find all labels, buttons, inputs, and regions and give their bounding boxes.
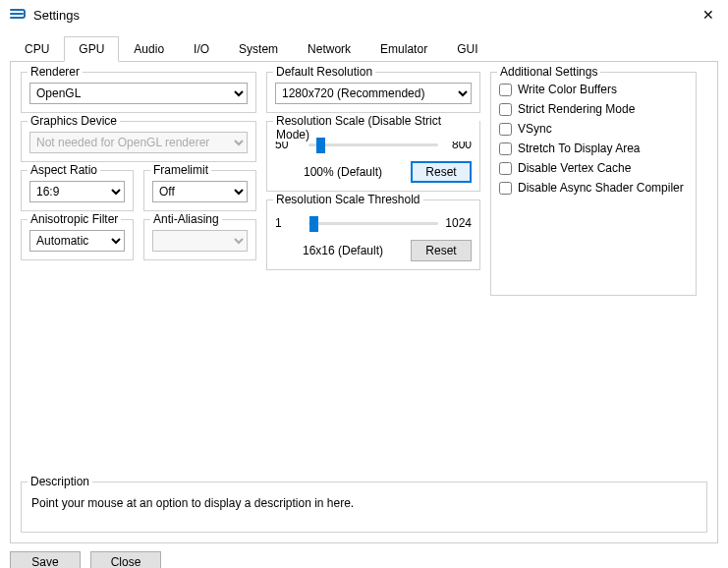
anisotropic-filter-select[interactable]: Automatic (29, 230, 125, 252)
group-framelimit: Framelimit Off (143, 170, 256, 211)
resolution-threshold-max: 1024 (444, 216, 472, 230)
resolution-threshold-status: 16x16 (Default) (275, 244, 411, 257)
anti-aliasing-label: Anti-Aliasing (150, 212, 222, 226)
aspect-ratio-select[interactable]: 16:9 (29, 181, 125, 202)
save-button[interactable]: Save (10, 551, 81, 568)
resolution-scale-slider[interactable] (308, 136, 438, 153)
anisotropic-filter-label: Anisotropic Filter (28, 212, 121, 226)
checkbox-input[interactable] (499, 84, 512, 96)
tab-io[interactable]: I/O (179, 36, 224, 62)
default-resolution-select[interactable]: 1280x720 (Recommended) (275, 83, 472, 104)
checkbox-disable-vertex-cache[interactable]: Disable Vertex Cache (499, 161, 688, 175)
group-graphics-device: Graphics Device Not needed for OpenGL re… (21, 121, 256, 162)
group-renderer: Renderer OpenGL (21, 72, 256, 113)
checkbox-input[interactable] (499, 162, 512, 175)
close-button[interactable]: Close (90, 551, 161, 568)
renderer-select[interactable]: OpenGL (29, 83, 248, 104)
checkbox-label: Disable Vertex Cache (518, 161, 631, 175)
anti-aliasing-select (152, 230, 248, 252)
close-icon[interactable]: ✕ (699, 3, 718, 27)
resolution-scale-status: 100% (Default) (275, 165, 411, 179)
framelimit-select[interactable]: Off (152, 181, 248, 202)
resolution-threshold-min: 1 (275, 216, 303, 230)
group-additional-settings: Additional Settings Write Color Buffers … (490, 72, 697, 296)
checkbox-label: Strict Rendering Mode (518, 102, 635, 116)
group-anti-aliasing: Anti-Aliasing (143, 219, 256, 260)
tab-panel-gpu: Renderer OpenGL Graphics Device Not need… (10, 62, 718, 543)
checkbox-write-color-buffers[interactable]: Write Color Buffers (499, 83, 688, 96)
resolution-threshold-reset-button[interactable]: Reset (411, 240, 472, 261)
default-resolution-label: Default Resolution (273, 65, 375, 79)
app-logo-icon (10, 8, 26, 23)
graphics-device-label: Graphics Device (28, 114, 120, 128)
checkbox-label: Write Color Buffers (518, 83, 617, 96)
renderer-label: Renderer (28, 65, 83, 79)
titlebar: Settings ✕ (0, 0, 728, 29)
tab-bar: CPU GPU Audio I/O System Network Emulato… (10, 35, 718, 62)
checkbox-disable-async-shader-compiler[interactable]: Disable Async Shader Compiler (499, 181, 688, 195)
group-resolution-scale: Resolution Scale (Disable Strict Mode) 5… (266, 121, 480, 192)
checkbox-input[interactable] (499, 182, 512, 195)
tab-gpu[interactable]: GPU (64, 36, 119, 62)
checkbox-stretch-to-display-area[interactable]: Stretch To Display Area (499, 142, 688, 155)
resolution-scale-threshold-label: Resolution Scale Threshold (273, 193, 423, 206)
aspect-ratio-label: Aspect Ratio (28, 163, 100, 177)
framelimit-label: Framelimit (150, 163, 211, 177)
checkbox-label: Disable Async Shader Compiler (518, 181, 684, 195)
graphics-device-select: Not needed for OpenGL renderer (29, 132, 248, 153)
group-aspect-ratio: Aspect Ratio 16:9 (21, 170, 134, 211)
resolution-scale-reset-button[interactable]: Reset (411, 161, 472, 183)
group-anisotropic-filter: Anisotropic Filter Automatic (21, 219, 134, 260)
checkbox-input[interactable] (499, 103, 512, 116)
tab-system[interactable]: System (224, 36, 293, 62)
resolution-threshold-slider[interactable] (308, 214, 438, 232)
tab-cpu[interactable]: CPU (10, 36, 64, 62)
tab-gui[interactable]: GUI (442, 36, 492, 62)
group-default-resolution: Default Resolution 1280x720 (Recommended… (266, 72, 480, 113)
checkbox-input[interactable] (499, 142, 512, 155)
description-text: Point your mouse at an option to display… (31, 496, 697, 510)
description-label: Description (28, 475, 92, 488)
checkbox-label: Stretch To Display Area (518, 142, 641, 155)
group-resolution-scale-threshold: Resolution Scale Threshold 1 1024 16x16 … (266, 199, 480, 270)
additional-settings-label: Additional Settings (497, 65, 600, 79)
tab-audio[interactable]: Audio (119, 36, 179, 62)
tab-emulator[interactable]: Emulator (365, 36, 442, 62)
checkbox-vsync[interactable]: VSync (499, 122, 688, 136)
checkbox-strict-rendering-mode[interactable]: Strict Rendering Mode (499, 102, 688, 116)
group-description: Description Point your mouse at an optio… (21, 482, 707, 533)
window-title: Settings (33, 8, 80, 23)
tab-network[interactable]: Network (293, 36, 365, 62)
checkbox-input[interactable] (499, 123, 512, 136)
footer: Save Close (0, 543, 728, 568)
checkbox-label: VSync (518, 122, 552, 136)
